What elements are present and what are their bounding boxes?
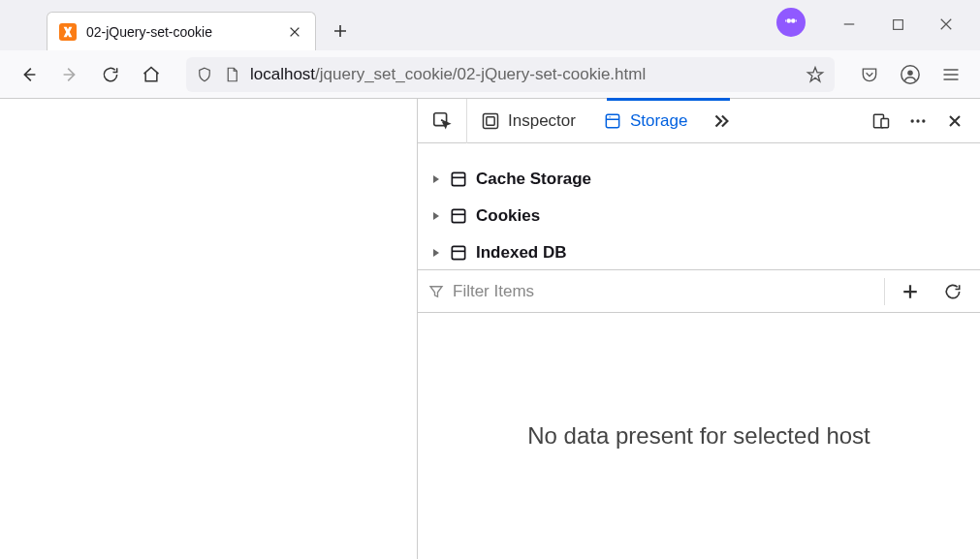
browser-tab[interactable]: 02-jQuery-set-cookie (47, 12, 316, 50)
bookmark-button[interactable] (806, 65, 825, 84)
svg-rect-14 (452, 172, 464, 185)
filter-input[interactable] (453, 282, 876, 301)
close-window-button[interactable] (922, 8, 970, 41)
tree-item-cookies[interactable]: Cookies (427, 198, 970, 234)
filter-icon (427, 283, 445, 300)
toolbar: localhost/jquery_set_cookie/02-jQuery-se… (0, 50, 980, 99)
titlebar: 02-jQuery-set-cookie (0, 0, 980, 50)
url-path: /jquery_set_cookie/02-jQuery-set-cookie.… (315, 65, 646, 83)
devtools-panel: Inspector Storage (417, 99, 980, 559)
tree-item-label: Indexed DB (476, 243, 567, 263)
active-tab-indicator (607, 98, 730, 101)
home-button[interactable] (134, 57, 169, 92)
chevron-right-icon (431, 248, 441, 258)
close-tab-button[interactable] (286, 23, 303, 41)
svg-point-12 (916, 119, 919, 122)
tree-item-indexed-db[interactable]: Indexed DB (427, 234, 970, 269)
reload-button[interactable] (93, 57, 128, 92)
svg-rect-10 (881, 118, 889, 127)
forward-button[interactable] (52, 57, 87, 92)
tree-item-label: Cookies (476, 206, 540, 226)
url-text: localhost/jquery_set_cookie/02-jQuery-se… (250, 65, 646, 84)
shield-icon[interactable] (196, 66, 213, 83)
chevron-right-icon (431, 211, 441, 221)
menu-button[interactable] (933, 57, 968, 92)
more-options-button[interactable] (901, 104, 935, 139)
storage-icon (449, 206, 468, 226)
svg-point-4 (907, 70, 913, 76)
more-tabs-button[interactable] (701, 99, 742, 143)
storage-tree: Cache Storage Cookies Indexed DB (418, 143, 980, 269)
storage-icon (449, 170, 468, 189)
tree-item-cache-storage[interactable]: Cache Storage (427, 161, 970, 198)
responsive-design-button[interactable] (864, 104, 899, 139)
storage-icon (449, 243, 468, 263)
refresh-button[interactable] (935, 274, 970, 309)
back-button[interactable] (12, 57, 47, 92)
xampp-favicon (59, 23, 77, 41)
minimize-button[interactable] (825, 8, 873, 41)
tab-inspector-label: Inspector (508, 111, 576, 131)
svg-rect-2 (893, 19, 902, 29)
svg-point-13 (922, 119, 925, 122)
profile-button[interactable] (893, 57, 928, 92)
tab-inspector[interactable]: Inspector (466, 99, 589, 143)
url-bar[interactable]: localhost/jquery_set_cookie/02-jQuery-se… (186, 57, 835, 92)
svg-rect-8 (606, 114, 618, 127)
svg-rect-16 (452, 246, 464, 259)
chevron-right-icon (431, 174, 441, 184)
svg-point-11 (911, 119, 914, 122)
page-content (0, 99, 417, 559)
tab-title: 02-jQuery-set-cookie (86, 24, 276, 40)
document-icon (223, 66, 240, 83)
svg-rect-6 (484, 113, 498, 128)
pocket-button[interactable] (852, 57, 887, 92)
svg-rect-7 (487, 116, 494, 124)
new-tab-button[interactable] (326, 16, 355, 46)
devtools-toolbar: Inspector Storage (418, 99, 980, 143)
svg-rect-15 (452, 209, 464, 222)
tab-storage[interactable]: Storage (589, 99, 702, 143)
close-devtools-button[interactable] (937, 104, 972, 139)
tree-item-label: Cache Storage (476, 170, 591, 189)
add-button[interactable] (893, 274, 928, 309)
account-button[interactable] (776, 8, 806, 37)
filter-bar (418, 269, 980, 312)
no-data-message: No data present for selected host (527, 422, 870, 450)
maximize-button[interactable] (873, 8, 922, 41)
url-host: localhost (250, 65, 315, 83)
tab-storage-label: Storage (630, 111, 688, 131)
element-picker-button[interactable] (418, 99, 466, 143)
data-area: No data present for selected host (418, 312, 980, 559)
